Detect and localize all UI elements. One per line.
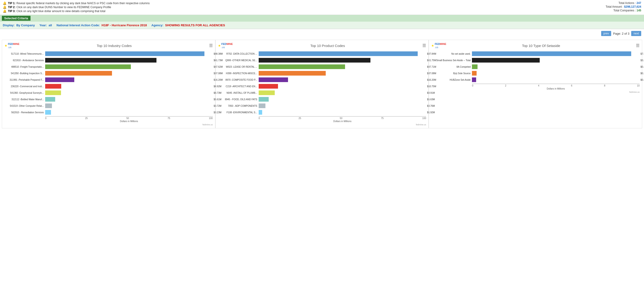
- chart2-bars: R702 -DATA COLLECTION ...$87.84MQ999 -OT…: [218, 51, 426, 115]
- logo-star-icon: ★: [4, 44, 8, 47]
- bar-label[interactable]: 541360 -Geophysical Surveyin...: [4, 92, 45, 94]
- x-tick: 0: [472, 84, 473, 87]
- bar-track: $8.92M: [45, 84, 213, 89]
- niac-value[interactable]: H18F - Hurricane Florence 2018: [102, 23, 147, 27]
- bar-label[interactable]: HUBZone Set-Aside: [431, 79, 472, 81]
- bar-label[interactable]: F108 -ENVIRONMENTAL S...: [218, 111, 259, 114]
- x-tick: 0: [45, 117, 46, 120]
- bar-track: $3.76M: [259, 103, 426, 108]
- bar-value[interactable]: $0.23M: [640, 72, 644, 75]
- bar-track: $0.20M: [472, 77, 640, 82]
- chart1-menu-icon[interactable]: ☰: [209, 43, 213, 48]
- bar-label[interactable]: 8970 -COMPOSITE FOOD P...: [218, 79, 259, 81]
- bar-value[interactable]: $0.20M: [640, 79, 644, 81]
- bar-label[interactable]: 312112 -Bottled Water Manuf...: [4, 98, 45, 101]
- bar-label[interactable]: No set aside used.: [431, 52, 472, 55]
- bar-fill: [472, 64, 477, 69]
- total-actions-separator: :: [635, 1, 636, 5]
- bar-value[interactable]: $3.38M: [640, 59, 644, 62]
- selected-criteria-label: Selected Criteria: [2, 16, 30, 21]
- bar-label[interactable]: 7050 - ADP COMPONENTS: [218, 105, 259, 107]
- x-tick: 50: [340, 117, 342, 120]
- total-companies-value: 145: [636, 9, 641, 12]
- x-tick: 100: [209, 117, 213, 120]
- bar-fill: [472, 71, 476, 76]
- bar-row: W023 -LEASE OR RENTAL ...$47.71M: [218, 64, 426, 69]
- bar-label[interactable]: 8A Competed: [431, 66, 472, 68]
- bar-label[interactable]: Small Business Set-Aside -- Total: [431, 59, 472, 62]
- bar-label[interactable]: W023 -LEASE OR RENTAL ...: [218, 66, 259, 68]
- bar-label[interactable]: Q999 -OTHER MEDICAL SE...: [218, 59, 259, 62]
- agency-value[interactable]: SHOWING RESULTS FOR ALL AGENCIES: [165, 23, 225, 27]
- bar-track: $10.75M: [259, 84, 426, 89]
- next-button[interactable]: next: [631, 31, 641, 36]
- chart3-menu-icon[interactable]: ☰: [636, 43, 640, 48]
- bar-label[interactable]: R702 -DATA COLLECTION ...: [218, 52, 259, 55]
- chart3-x-axis: 0246810: [431, 84, 640, 87]
- bar-track: $16.20M: [259, 77, 426, 82]
- bar-row: 236220 -Commercial and Insti...$8.92M: [4, 84, 213, 89]
- bar-row: Q999 -OTHER MEDICAL SE...$61.75M: [218, 58, 426, 63]
- bar-label[interactable]: 311991 -Perishable Prepared F...: [4, 79, 45, 81]
- bar-fill: [259, 77, 288, 82]
- bar-fill: [259, 90, 275, 95]
- niac-label: National Interest Action Code:: [56, 23, 100, 27]
- bar-label[interactable]: H399 -INSPECTION-MISCE...: [218, 72, 259, 75]
- chart-product-codes: ★ FEDMINE .US Top 10 Product Codes ☰ R70…: [215, 40, 429, 128]
- bar-row: 541519 -Other Computer Relat...$3.72M: [4, 103, 213, 108]
- bar-label[interactable]: 517110 -Wired Telecommunic...: [4, 52, 45, 55]
- bar-track: $61.73M: [45, 58, 213, 62]
- bar-row: 8(a) Sole Source$0.23M: [431, 71, 640, 76]
- x-tick: 0: [259, 117, 260, 120]
- bar-row: 517110 -Wired Telecommunic...$88.38M: [4, 51, 213, 56]
- chart-setaside: ★ FEDMINE .US Top 10 Type Of Setaside ☰ …: [429, 40, 642, 128]
- chart2-menu-icon[interactable]: ☰: [422, 43, 426, 48]
- logo-star-icon: ★: [431, 44, 434, 47]
- x-tick: 75: [168, 117, 170, 120]
- year-value[interactable]: all: [49, 23, 52, 27]
- total-actions-label: Total Actions: [618, 1, 634, 5]
- bar-label[interactable]: C219 -ARCHITECT AND EN...: [218, 85, 259, 88]
- tip-3-text: Click on any light blue dollar amount to…: [16, 9, 105, 13]
- bar-label[interactable]: 621910 - Ambulance Services: [4, 59, 45, 62]
- bar-label[interactable]: 8(a) Sole Source: [431, 72, 472, 75]
- total-amount-label: Total Amount: [606, 5, 622, 8]
- bar-track: $88.38M: [45, 51, 213, 56]
- logo-star-icon: ★: [218, 44, 221, 47]
- chart3-header: ★ FEDMINE .US Top 10 Type Of Setaside ☰: [431, 42, 640, 49]
- bar-fill: [259, 64, 345, 69]
- total-actions-row: Total Actions : 247: [606, 1, 641, 5]
- chart1-bars: 517110 -Wired Telecommunic...$88.38M6219…: [4, 51, 213, 115]
- bar-label[interactable]: 8945 - FOOD, OILS AND FATS: [218, 98, 259, 101]
- bar-track: $16.20M: [45, 77, 213, 82]
- x-tick: 10: [637, 84, 640, 87]
- bar-row: 8A Competed$0.27M: [431, 64, 640, 69]
- bar-fill: [45, 51, 204, 56]
- selected-criteria-bar: Selected Criteria: [0, 15, 644, 22]
- prev-button[interactable]: prev: [601, 31, 611, 36]
- total-amount-separator: :: [622, 5, 624, 8]
- chart2-logo: ★ FEDMINE .US: [218, 42, 233, 49]
- chart1-title: Top 10 Industry Codes: [20, 44, 209, 48]
- bar-label[interactable]: 488510 -Freight Transportatio...: [4, 66, 45, 68]
- bar-fill: [259, 103, 266, 108]
- chart-industry-codes: ★ FEDMINE .US Top 10 Industry Codes ☰ 51…: [2, 40, 215, 128]
- bar-fill: [45, 110, 51, 115]
- bar-label[interactable]: 541519 -Other Computer Relat...: [4, 105, 45, 107]
- bar-label[interactable]: 236220 -Commercial and Insti...: [4, 85, 45, 88]
- criteria-display: Display: By Company Year: all National I…: [0, 22, 644, 29]
- tip-3-row: 🔔 TIP 3: Click on any light blue dollar …: [3, 9, 606, 13]
- bar-value[interactable]: $7.96M: [640, 52, 644, 55]
- bar-fill: [259, 58, 371, 62]
- display-value[interactable]: By Company: [16, 23, 35, 27]
- bar-row: 541360 -Geophysical Surveyin...$8.73M: [4, 90, 213, 95]
- chart1-logo: ★ FEDMINE .US: [4, 42, 20, 49]
- bar-label[interactable]: 562910 - Remediation Services: [4, 111, 45, 114]
- bar-track: $37.08M: [259, 71, 426, 76]
- bar-row: R702 -DATA COLLECTION ...$87.84M: [218, 51, 426, 56]
- bar-label[interactable]: N045 -INSTALL OF PLUMB...: [218, 92, 259, 94]
- bar-label[interactable]: 541350 -Building Inspection S...: [4, 72, 45, 75]
- bar-track: $5.61M: [45, 97, 213, 102]
- tip-3-icon: 🔔: [3, 9, 6, 13]
- bar-value[interactable]: $0.27M: [640, 66, 644, 68]
